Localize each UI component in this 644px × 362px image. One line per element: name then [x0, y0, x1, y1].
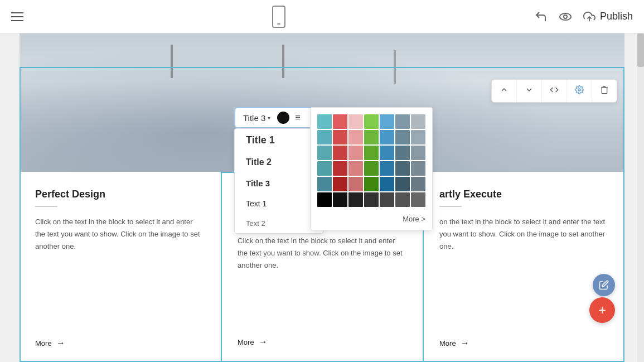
card-2-body: Click on the text in the block to select…: [238, 235, 407, 272]
card-1: Perfect Design Click on the text in the …: [20, 172, 221, 362]
color-swatch[interactable]: [333, 161, 347, 176]
color-swatch[interactable]: [364, 192, 379, 207]
mobile-preview-icon[interactable]: [272, 6, 285, 28]
dropdown-chevron-icon: ▾: [268, 115, 270, 121]
card-2-more-label: More: [238, 338, 254, 346]
color-swatch[interactable]: [411, 177, 425, 191]
card-1-divider: [35, 206, 57, 207]
card-3-more-label: More: [439, 339, 456, 347]
color-swatch[interactable]: [411, 146, 425, 160]
svg-point-0: [560, 13, 571, 20]
card-3-arrow-icon: [461, 338, 469, 348]
color-swatch[interactable]: [317, 146, 332, 160]
color-swatch[interactable]: [348, 177, 363, 191]
color-grid: [317, 114, 425, 207]
color-more-button[interactable]: More >: [317, 213, 425, 223]
color-swatch[interactable]: [411, 161, 425, 176]
color-swatch[interactable]: [380, 177, 394, 191]
svg-point-1: [564, 15, 567, 18]
add-fab-button[interactable]: +: [589, 297, 615, 323]
card-1-more-link[interactable]: More: [35, 338, 65, 348]
color-swatch[interactable]: [348, 192, 363, 207]
canvas-area: Perfect Design Click on the text in the …: [0, 33, 644, 362]
block-toolbar: [491, 79, 617, 103]
color-swatch[interactable]: [380, 161, 394, 176]
card-1-title: Perfect Design: [35, 189, 205, 200]
undo-button[interactable]: [534, 10, 548, 23]
block-code-button[interactable]: [542, 80, 567, 102]
color-swatch[interactable]: [333, 177, 347, 191]
color-swatch[interactable]: [364, 130, 379, 144]
edit-fab-button[interactable]: [593, 274, 615, 296]
color-swatch[interactable]: [364, 161, 379, 176]
text-align-button[interactable]: ≡: [293, 110, 302, 125]
block-move-up-button[interactable]: [492, 80, 517, 102]
card-3-text: on the text in the block to select it an…: [439, 216, 609, 253]
color-swatch[interactable]: [348, 146, 363, 160]
color-swatch[interactable]: [380, 146, 394, 160]
color-swatch[interactable]: [395, 177, 410, 191]
color-swatch[interactable]: [333, 192, 347, 207]
preview-button[interactable]: [559, 10, 572, 23]
hamburger-menu-icon[interactable]: [11, 12, 23, 21]
color-swatch[interactable]: [333, 146, 347, 160]
color-swatch[interactable]: [317, 114, 332, 129]
card-3-title: artly Execute: [439, 189, 609, 200]
color-swatch[interactable]: [333, 114, 347, 129]
color-swatch[interactable]: [317, 192, 332, 207]
color-swatch[interactable]: [317, 161, 332, 176]
top-bar-center: [272, 6, 285, 28]
color-swatch[interactable]: [411, 114, 425, 129]
color-swatch[interactable]: [364, 177, 379, 191]
block-settings-button[interactable]: [567, 80, 592, 102]
publish-label: Publish: [600, 11, 633, 22]
text-style-dropdown-button[interactable]: Title 3 ▾: [240, 111, 274, 125]
card-2-arrow-icon: [259, 337, 268, 347]
text-color-picker[interactable]: [277, 112, 289, 124]
add-icon: +: [598, 302, 606, 318]
color-swatch[interactable]: [348, 161, 363, 176]
publish-button[interactable]: Publish: [583, 11, 633, 23]
color-swatch[interactable]: [348, 114, 363, 129]
color-swatch[interactable]: [395, 192, 410, 207]
color-swatch[interactable]: [395, 114, 410, 129]
card-1-arrow-icon: [56, 338, 65, 348]
color-swatch[interactable]: [380, 114, 394, 129]
color-swatch[interactable]: [348, 130, 363, 144]
color-swatch[interactable]: [380, 130, 394, 144]
card-3-divider: [439, 206, 462, 207]
top-bar-right: Publish: [534, 10, 633, 23]
color-swatch[interactable]: [380, 192, 394, 207]
top-bar: Publish: [0, 0, 644, 33]
block-move-down-button[interactable]: [517, 80, 542, 102]
color-swatch[interactable]: [364, 114, 379, 129]
top-bar-left: [11, 12, 23, 21]
svg-point-3: [578, 89, 580, 91]
color-swatch[interactable]: [317, 130, 332, 144]
color-swatch[interactable]: [411, 192, 425, 207]
card-2-more-link[interactable]: More: [238, 337, 268, 347]
scrollbar-thumb[interactable]: [637, 33, 644, 67]
block-delete-button[interactable]: [592, 80, 617, 102]
card-1-text: Click on the text in the block to select…: [35, 216, 205, 253]
color-swatch[interactable]: [364, 146, 379, 160]
current-text-style-label: Title 3: [243, 113, 265, 123]
color-swatch[interactable]: [317, 177, 332, 191]
card-1-more-label: More: [35, 339, 52, 347]
color-swatch[interactable]: [395, 130, 410, 144]
color-swatch[interactable]: [411, 130, 425, 144]
color-palette-panel: More >: [310, 107, 433, 230]
card-3: artly Execute on the text in the block t…: [424, 172, 624, 362]
color-swatch[interactable]: [395, 146, 410, 160]
scrollbar-right[interactable]: [637, 33, 644, 362]
card-3-more-link[interactable]: More: [439, 338, 469, 348]
color-swatch[interactable]: [333, 130, 347, 144]
color-swatch[interactable]: [395, 161, 410, 176]
